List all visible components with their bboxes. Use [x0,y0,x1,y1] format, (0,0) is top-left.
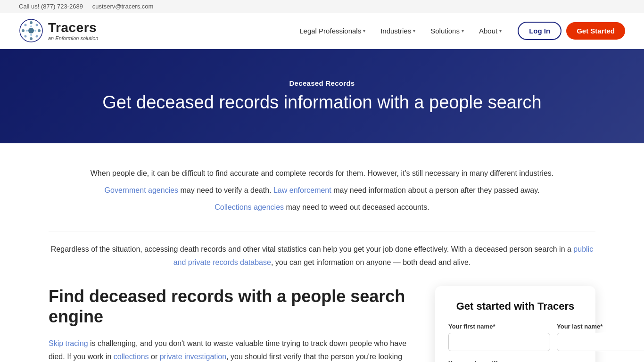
intro-section: When people die, it can be difficult to … [49,167,595,214]
get-started-form: Get started with Tracers Your first name… [435,286,595,362]
intro-para1: When people die, it can be difficult to … [49,167,595,180]
phone-number: Call us! (877) 723-2689 [19,3,83,10]
chevron-down-icon: ▾ [413,28,415,33]
content-left: Find deceased records with a people sear… [49,286,412,362]
nav-about[interactable]: About ▾ [472,23,508,39]
chevron-down-icon: ▾ [363,28,365,33]
hero-section: Deceased Records Get deceased records in… [0,49,644,143]
svg-point-5 [38,29,41,32]
hero-label: Deceased Records [102,79,542,87]
first-name-group: Your first name* [448,323,550,351]
svg-point-12 [30,34,32,36]
hero-content: Deceased Records Get deceased records in… [102,79,542,114]
first-name-input[interactable] [448,333,550,351]
svg-point-13 [26,30,28,32]
svg-point-10 [30,25,32,27]
logo-icon [19,18,43,43]
link-government-agencies[interactable]: Government agencies [105,186,179,194]
main-content: When people die, it can be difficult to … [20,143,624,362]
email-label: Your work email* [448,360,582,362]
intro-para2: Government agencies may need to verify a… [49,184,595,197]
svg-point-2 [30,21,33,24]
intro-para3: Collections agencies may need to weed ou… [49,201,595,214]
svg-point-1 [28,28,34,33]
last-name-input[interactable] [557,333,644,351]
nav-legal-professionals[interactable]: Legal Professionals ▾ [293,23,372,39]
nav-solutions[interactable]: Solutions ▾ [424,23,471,39]
logo-sub: an Enformion solution [48,35,98,41]
svg-point-6 [25,24,27,26]
hero-title: Get deceased records information with a … [102,92,542,114]
name-row: Your first name* Your last name* [448,323,582,351]
last-name-group: Your last name* [557,323,644,351]
form-title: Get started with Tracers [448,300,582,313]
svg-point-4 [22,29,25,32]
link-collections[interactable]: collections [114,353,149,361]
nav-buttons: Log In Get Started [518,22,625,40]
top-bar: Call us! (877) 723-2689 custserv@tracers… [0,0,644,13]
link-private-investigation[interactable]: private investigation [160,353,226,361]
main-nav: Legal Professionals ▾ Industries ▾ Solut… [293,22,625,40]
section-body: Skip tracing is challenging, and you don… [49,337,412,362]
header: Tracers an Enformion solution Legal Prof… [0,13,644,49]
logo-name: Tracers [48,20,98,35]
link-skip-tracing[interactable]: Skip tracing [49,339,88,347]
email-row: Your work email* [448,360,582,362]
logo-text: Tracers an Enformion solution [48,20,98,41]
divider [49,231,595,231]
svg-point-9 [36,35,38,38]
logo[interactable]: Tracers an Enformion solution [19,18,98,43]
last-name-label: Your last name* [557,323,644,330]
svg-point-7 [36,24,38,26]
first-name-label: Your first name* [448,323,550,330]
svg-point-8 [25,35,27,38]
email-group: Your work email* [448,360,582,362]
svg-point-11 [34,30,36,32]
content-row: Find deceased records with a people sear… [49,286,595,362]
intro-para4: Regardless of the situation, accessing d… [49,243,595,269]
nav-industries[interactable]: Industries ▾ [374,23,422,39]
section-title: Find deceased records with a people sear… [49,286,412,327]
form-card-container: Get started with Tracers Your first name… [435,286,595,362]
link-collections-agencies[interactable]: Collections agencies [215,203,284,211]
email-link[interactable]: custserv@tracers.com [92,3,154,10]
svg-point-3 [30,37,33,40]
login-button[interactable]: Log In [518,22,561,40]
get-started-button[interactable]: Get Started [566,22,625,40]
chevron-down-icon: ▾ [462,28,464,33]
link-law-enforcement[interactable]: Law enforcement [273,186,331,194]
chevron-down-icon: ▾ [499,28,502,33]
